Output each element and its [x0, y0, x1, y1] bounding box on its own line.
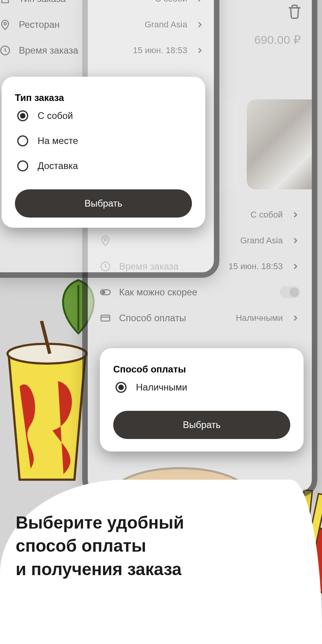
chevron-right-icon — [195, 46, 204, 55]
pin-icon — [0, 19, 11, 31]
chevron-right-icon — [291, 262, 300, 271]
radio-icon — [17, 160, 28, 171]
setting-order-type[interactable]: Тип заказа С собой — [0, 0, 214, 12]
setting-value: 15 июн. 18:53 — [228, 261, 283, 272]
setting-order-time[interactable]: Время заказа 15 июн. 18:53 — [0, 38, 214, 63]
setting-value: 15 июн. 18:53 — [133, 45, 187, 56]
radio-icon — [17, 110, 28, 121]
setting-payment-method[interactable]: Способ оплаты Наличными — [88, 305, 312, 331]
radio-label: Наличными — [136, 382, 187, 393]
chevron-right-icon — [195, 20, 204, 29]
setting-label: Время заказа — [19, 45, 125, 56]
chevron-right-icon — [291, 236, 300, 245]
setting-value: Наличными — [236, 313, 283, 323]
setting-label: Ресторан — [19, 19, 137, 30]
radio-option-takeaway[interactable]: С собой — [15, 103, 192, 128]
setting-label: Как можно скорее — [119, 287, 272, 298]
select-button[interactable]: Выбрать — [15, 189, 192, 218]
chevron-right-icon — [291, 313, 300, 323]
setting-value: С собой — [250, 210, 283, 220]
setting-value: Grand Asia — [145, 20, 187, 30]
setting-value: С собой — [155, 0, 187, 4]
chevron-right-icon — [195, 0, 204, 4]
product-image — [247, 99, 312, 189]
radio-label: С собой — [38, 110, 73, 121]
radio-option-delivery[interactable]: Доставка — [15, 153, 192, 178]
caption-line: и получения заказа — [16, 558, 259, 581]
svg-point-16 — [4, 22, 6, 25]
setting-value: Grand Asia — [240, 236, 283, 246]
sheet-title: Способ оплаты — [113, 364, 290, 375]
card-icon — [99, 312, 111, 324]
payment-method-sheet: Способ оплаты Наличными Выбрать — [100, 348, 304, 452]
caption-line: способ оплаты — [16, 534, 259, 557]
trash-icon[interactable] — [287, 4, 302, 20]
radio-option-dinein[interactable]: На месте — [15, 128, 192, 153]
order-type-sheet: Тип заказа С собой На месте Доставка Выб… — [2, 77, 205, 228]
radio-label: На месте — [38, 135, 78, 146]
radio-icon — [17, 135, 28, 146]
sheet-title: Тип заказа — [15, 92, 192, 103]
select-button[interactable]: Выбрать — [113, 411, 290, 439]
setting-asap[interactable]: Как можно скорее — [88, 279, 312, 305]
setting-label: Способ оплаты — [119, 313, 228, 324]
promo-caption-area: Выберите удобный способ оплаты и получен… — [0, 480, 322, 644]
toggle-icon — [99, 286, 111, 298]
radio-option-cash[interactable]: Наличными — [113, 375, 290, 400]
bag-icon — [0, 0, 11, 5]
svg-point-14 — [102, 291, 105, 294]
setting-label: Тип заказа — [19, 0, 147, 4]
clock-icon — [0, 45, 11, 56]
promo-caption: Выберите удобный способ оплаты и получен… — [16, 511, 259, 581]
toggle-switch[interactable] — [280, 286, 300, 298]
radio-label: Доставка — [38, 160, 78, 171]
caption-line: Выберите удобный — [16, 511, 259, 534]
radio-icon — [116, 382, 127, 393]
chevron-right-icon — [291, 210, 300, 219]
setting-restaurant[interactable]: Ресторан Grand Asia — [0, 12, 214, 38]
order-total: 690.00 ₽ — [254, 33, 301, 47]
svg-rect-15 — [101, 315, 110, 321]
